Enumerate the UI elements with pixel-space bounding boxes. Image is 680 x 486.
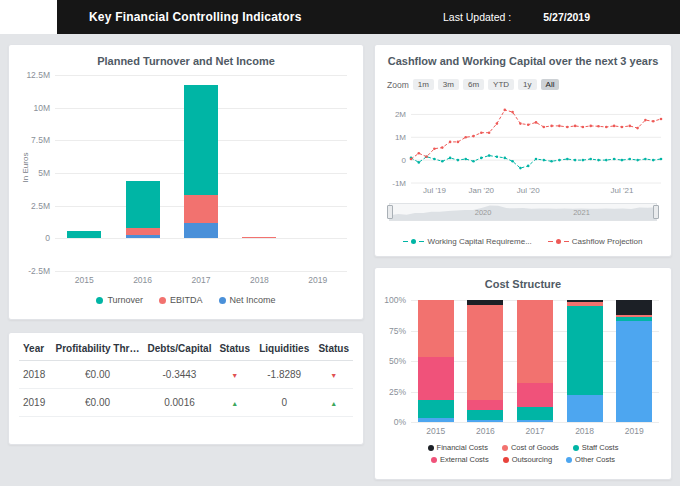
bar-cost-of-goods[interactable] bbox=[418, 300, 454, 357]
bar-slot: 2019 bbox=[289, 75, 347, 271]
bar-cost-of-goods[interactable] bbox=[567, 302, 603, 306]
zoom-controls: Zoom1m3m6mYTD1yAll bbox=[387, 79, 559, 90]
zoom-button-ytd[interactable]: YTD bbox=[488, 79, 514, 90]
legend-line bbox=[564, 241, 569, 242]
data-point bbox=[418, 161, 421, 164]
cashflow-plot: 2M1M0-1MJul '19Jan '20Jul '20Jul '21 bbox=[411, 103, 661, 183]
bar-external-costs[interactable] bbox=[418, 357, 454, 400]
data-point bbox=[566, 126, 569, 129]
column-header-year: Year bbox=[19, 335, 52, 361]
table-cell: 2019 bbox=[19, 389, 52, 417]
legend-dot bbox=[502, 445, 508, 451]
bar-staff-costs[interactable] bbox=[517, 407, 553, 419]
x-tick-label: 2015 bbox=[411, 426, 461, 436]
data-point bbox=[644, 158, 647, 161]
series-cashflow-projection[interactable] bbox=[411, 110, 661, 159]
bar-other-costs[interactable] bbox=[418, 418, 454, 422]
bar-staff-costs[interactable] bbox=[567, 306, 603, 395]
turnover-chart-card: Planned Turnover and Net Income In Euros… bbox=[8, 44, 364, 320]
bar-staff-costs[interactable] bbox=[418, 400, 454, 418]
cashflow-chart-card: Cashflow and Working Capital over the ne… bbox=[374, 44, 672, 257]
data-point bbox=[464, 136, 467, 139]
bar-turnover[interactable] bbox=[126, 181, 160, 228]
zoom-button-1y[interactable]: 1y bbox=[518, 79, 536, 90]
column-header-status: Status bbox=[314, 335, 353, 361]
bar-financial-costs[interactable] bbox=[467, 300, 503, 305]
data-point bbox=[472, 135, 475, 138]
bar-ebitda[interactable] bbox=[126, 228, 160, 235]
bar-other-costs[interactable] bbox=[616, 321, 652, 422]
zoom-button-all[interactable]: All bbox=[541, 79, 560, 90]
legend-label: EBITDA bbox=[170, 295, 203, 305]
table-row[interactable]: 2018€0.00-0.3443▼-1.8289▼ bbox=[19, 361, 353, 389]
bar-other-costs[interactable] bbox=[517, 420, 553, 422]
navigator-handle-left[interactable] bbox=[387, 205, 393, 219]
legend-item-cost-of-goods: Cost of Goods bbox=[502, 443, 559, 452]
zoom-button-3m[interactable]: 3m bbox=[438, 79, 459, 90]
legend-item-external-costs: External Costs bbox=[431, 455, 489, 464]
bar-staff-costs[interactable] bbox=[616, 317, 652, 321]
navigator-handle-right[interactable] bbox=[653, 205, 659, 219]
arrow-up-icon: ▲ bbox=[330, 400, 337, 407]
bar-turnover[interactable] bbox=[184, 85, 218, 195]
data-point bbox=[605, 159, 608, 162]
bar-slot: 2019 bbox=[609, 300, 659, 422]
column-header-liquidities: Liquidities bbox=[254, 335, 314, 361]
legend-label: Other Costs bbox=[575, 455, 615, 464]
bar-ebitda[interactable] bbox=[242, 237, 276, 238]
data-point bbox=[418, 152, 421, 155]
bar-slot: 2017 bbox=[172, 75, 230, 271]
arrow-down-icon: ▼ bbox=[330, 372, 337, 379]
bar-other-costs[interactable] bbox=[467, 420, 503, 422]
bar-financial-costs[interactable] bbox=[616, 300, 652, 315]
page-title: Key Financial Controlling Indicators bbox=[89, 10, 302, 24]
bar-slot: 2015 bbox=[411, 300, 461, 422]
data-point bbox=[504, 157, 507, 160]
x-tick-label: 2015 bbox=[55, 275, 113, 285]
y-tick-label: 2.5M bbox=[31, 201, 50, 211]
legend-item-other-costs: Other Costs bbox=[566, 455, 615, 464]
x-tick-label: 2017 bbox=[172, 275, 230, 285]
x-tick-label: 2018 bbox=[230, 275, 288, 285]
legend-dot bbox=[503, 457, 509, 463]
data-point bbox=[480, 131, 483, 134]
data-point bbox=[629, 125, 632, 128]
bar-cost-of-goods[interactable] bbox=[467, 305, 503, 400]
zoom-button-6m[interactable]: 6m bbox=[463, 79, 484, 90]
data-point bbox=[504, 109, 507, 112]
table-row[interactable]: 2019€0.000.0016▲0▲ bbox=[19, 389, 353, 417]
x-tick-label: 2016 bbox=[461, 426, 511, 436]
bar-external-costs[interactable] bbox=[517, 383, 553, 407]
right-column: Cashflow and Working Capital over the ne… bbox=[374, 44, 672, 480]
bar-slot: 2015 bbox=[55, 75, 113, 271]
bar-ebitda[interactable] bbox=[184, 195, 218, 222]
cashflow-chart-svg bbox=[411, 103, 661, 183]
bar-turnover[interactable] bbox=[67, 231, 101, 239]
x-tick-label: 2017 bbox=[510, 426, 560, 436]
bar-cost-of-goods[interactable] bbox=[616, 315, 652, 317]
data-point bbox=[636, 127, 639, 130]
table-cell: 2018 bbox=[19, 361, 52, 389]
navigator-year-label: 2021 bbox=[573, 208, 590, 217]
data-point bbox=[582, 126, 585, 129]
table-cell: 0.0016 bbox=[144, 389, 216, 417]
data-point bbox=[613, 158, 616, 161]
kpi-table-card: YearProfitability Thresh...Debts/Capital… bbox=[8, 332, 364, 445]
series-working-capital-requireme[interactable] bbox=[411, 156, 661, 169]
last-updated-label: Last Updated : bbox=[443, 11, 511, 23]
data-point bbox=[550, 125, 553, 128]
bar-external-costs[interactable] bbox=[467, 400, 503, 410]
bar-cost-of-goods[interactable] bbox=[517, 300, 553, 383]
y-axis-title: In Euros bbox=[21, 138, 30, 198]
y-tick-label: -2.5M bbox=[28, 266, 50, 276]
bar-staff-costs[interactable] bbox=[467, 410, 503, 420]
zoom-button-1m[interactable]: 1m bbox=[413, 79, 434, 90]
bar-net-income[interactable] bbox=[126, 235, 160, 238]
range-navigator[interactable]: 20202021 bbox=[389, 203, 657, 221]
left-column: Planned Turnover and Net Income In Euros… bbox=[8, 44, 364, 480]
bar-financial-costs[interactable] bbox=[567, 300, 603, 302]
data-point bbox=[574, 159, 577, 162]
y-tick-label: 0% bbox=[394, 417, 406, 427]
bar-other-costs[interactable] bbox=[567, 395, 603, 422]
bar-net-income[interactable] bbox=[184, 223, 218, 239]
